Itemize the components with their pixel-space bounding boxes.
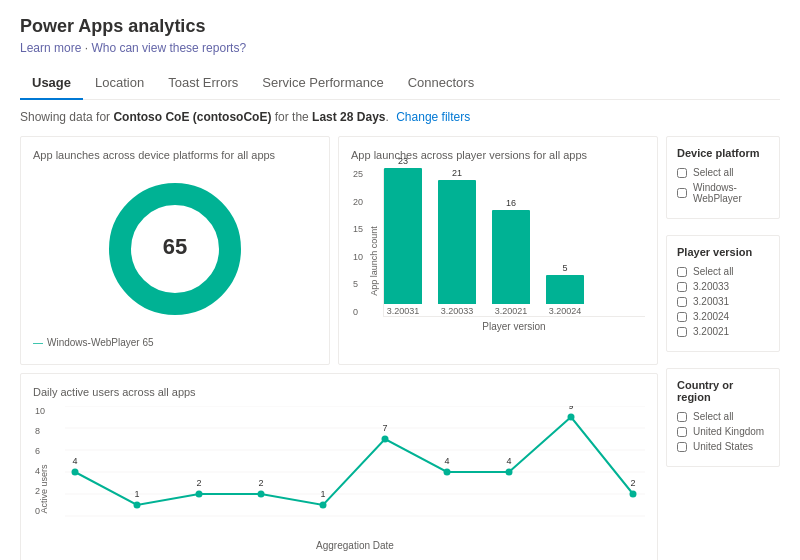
page-subtitle: Learn more · Who can view these reports? [20,41,780,55]
sidebar: Device platform Select all Windows-WebPl… [666,136,780,560]
bar-1 [384,168,422,304]
bar-group-1: 23 3.20031 [384,156,422,316]
device-platform-windows-label: Windows-WebPlayer [693,182,769,204]
line-point-5 [320,502,327,509]
line-point-8 [506,469,513,476]
learn-more-link[interactable]: Learn more [20,41,81,55]
player-version-20031-checkbox[interactable] [677,297,687,307]
donut-chart-card: App launches across device platforms for… [20,136,330,365]
device-platform-filter: Device platform Select all Windows-WebPl… [666,136,780,219]
country-select-all[interactable]: Select all [677,411,769,422]
svg-text:2: 2 [196,478,201,488]
filter-bar: Showing data for Contoso CoE (contosoCoE… [20,110,780,124]
country-region-title: Country or region [677,379,769,403]
device-platform-select-all[interactable]: Select all [677,167,769,178]
donut-svg: 65 [105,179,245,319]
line-point-9 [568,414,575,421]
line-point-10 [630,491,637,498]
player-version-filter: Player version Select all 3.20033 3.2003… [666,235,780,352]
bar-2 [438,180,476,304]
line-point-4 [258,491,265,498]
bar-group-4: 5 3.20024 [546,263,584,316]
bar-3 [492,210,530,304]
svg-text:4: 4 [506,456,511,466]
player-version-20021[interactable]: 3.20021 [677,326,769,337]
svg-text:4: 4 [72,456,77,466]
bar-x-label: Player version [383,321,645,332]
tab-service-performance[interactable]: Service Performance [250,67,395,100]
bar-chart-card: App launches across player versions for … [338,136,658,365]
change-filters-link[interactable]: Change filters [396,110,470,124]
line-point-3 [196,491,203,498]
device-platform-windows[interactable]: Windows-WebPlayer [677,182,769,204]
svg-text:7: 7 [382,423,387,433]
donut-chart-title: App launches across device platforms for… [33,149,317,161]
bar-group-2: 21 3.20033 [438,168,476,316]
player-version-20033[interactable]: 3.20033 [677,281,769,292]
line-chart-card: Daily active users across all apps 10 8 … [20,373,658,560]
player-version-title: Player version [677,246,769,258]
svg-text:2: 2 [258,478,263,488]
player-version-20031[interactable]: 3.20031 [677,296,769,307]
player-version-select-all[interactable]: Select all [677,266,769,277]
tab-usage[interactable]: Usage [20,67,83,100]
line-point-6 [382,436,389,443]
tab-bar: Usage Location Toast Errors Service Perf… [20,67,780,100]
player-version-20024-checkbox[interactable] [677,312,687,322]
bar-y-label: App launch count [369,226,379,296]
country-us[interactable]: United States [677,441,769,452]
country-select-all-checkbox[interactable] [677,412,687,422]
bar-4 [546,275,584,304]
filter-period: Last 28 Days [312,110,385,124]
donut-legend: Windows-WebPlayer 65 [33,337,317,348]
tab-connectors[interactable]: Connectors [396,67,486,100]
svg-text:4: 4 [444,456,449,466]
device-platform-windows-checkbox[interactable] [677,188,687,198]
country-uk[interactable]: United Kingdom [677,426,769,437]
dashboard: App launches across device platforms for… [20,136,780,560]
device-platform-select-all-label: Select all [693,167,734,178]
donut-container: 65 [33,169,317,329]
player-version-20033-checkbox[interactable] [677,282,687,292]
svg-text:9: 9 [568,406,573,411]
tab-location[interactable]: Location [83,67,156,100]
line-x-label: Aggregation Date [65,540,645,551]
who-can-view-link[interactable]: Who can view these reports? [91,41,246,55]
svg-text:1: 1 [134,489,139,499]
top-charts-row: App launches across device platforms for… [20,136,658,365]
device-platform-select-all-checkbox[interactable] [677,168,687,178]
device-platform-title: Device platform [677,147,769,159]
line-point-2 [134,502,141,509]
donut-value: 65 [163,234,187,259]
line-point-1 [72,469,79,476]
country-us-checkbox[interactable] [677,442,687,452]
bar-group-3: 16 3.20021 [492,198,530,316]
line-y-label: Active users [39,464,49,513]
player-version-20024[interactable]: 3.20024 [677,311,769,322]
filter-org: Contoso CoE (contosoCoE) [113,110,271,124]
player-version-20021-checkbox[interactable] [677,327,687,337]
line-chart-title: Daily active users across all apps [33,386,645,398]
country-uk-checkbox[interactable] [677,427,687,437]
country-region-filter: Country or region Select all United King… [666,368,780,467]
svg-text:1: 1 [320,489,325,499]
line-chart-svg: 4 1 2 2 1 7 4 4 9 2 03/05/2020 03/06/202… [65,406,645,521]
line-chart-container: 10 8 6 4 2 0 Active users [33,406,645,560]
line-point-7 [444,469,451,476]
tab-toast-errors[interactable]: Toast Errors [156,67,250,100]
page-title: Power Apps analytics [20,16,780,37]
charts-area: App launches across device platforms for… [20,136,658,560]
svg-text:2: 2 [630,478,635,488]
player-version-select-all-checkbox[interactable] [677,267,687,277]
